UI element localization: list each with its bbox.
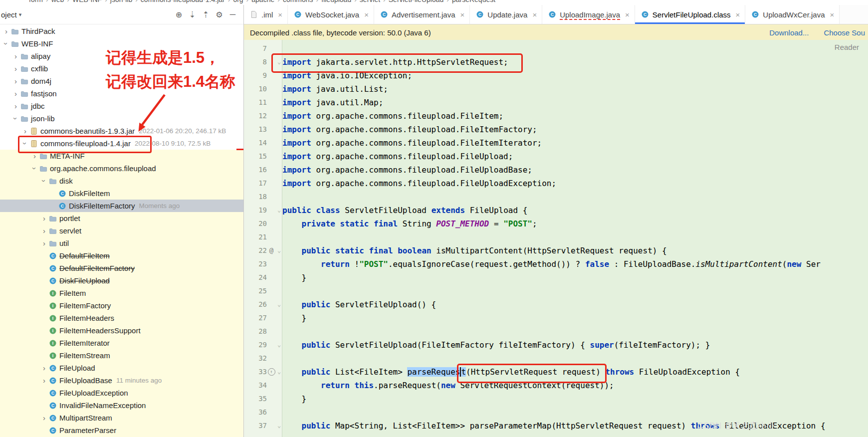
code-line-34[interactable]: 34 return this.parseRequest(new ServletR…: [244, 379, 868, 392]
code-line-10[interactable]: 10import java.util.List;: [244, 82, 868, 96]
chevron-collapsed-icon[interactable]: ›: [2, 27, 10, 35]
fold-marker-icon[interactable]: ⌄: [276, 244, 282, 257]
tree-item-invalidfilenameexception[interactable]: CInvalidFileNameException: [0, 399, 243, 412]
tree-item-diskfileupload[interactable]: CDiskFileUpload: [0, 274, 243, 287]
settings-icon[interactable]: ⚙: [213, 10, 226, 19]
tree-item-diskfileitemfactory[interactable]: CDiskFileItemFactoryMoments ago: [0, 200, 243, 212]
code-line-20[interactable]: 20 private static final String POST_METH…: [244, 217, 868, 230]
tab-uploadwxcer-java[interactable]: CUploadWxCer.java×: [745, 5, 840, 24]
fold-marker-icon[interactable]: ⌄: [276, 55, 282, 69]
code-line-11[interactable]: 11import java.util.Map;: [244, 96, 868, 109]
tree-item-commons-beanutils-1-9-3-jar[interactable]: ›commons-beanutils-1.9.3.jar2022-01-06 2…: [0, 125, 243, 137]
close-icon[interactable]: ×: [625, 10, 630, 19]
chevron-collapsed-icon[interactable]: ›: [30, 152, 39, 160]
tree-item-dom4j[interactable]: ›dom4j: [0, 75, 243, 87]
tree-item-portlet[interactable]: ›portlet: [0, 212, 243, 224]
code-line-14[interactable]: 14import org.apache.commons.fileupload.F…: [244, 136, 868, 150]
code-editor[interactable]: Reader 78⌄import jakarta.servlet.http.Ht…: [244, 40, 868, 437]
chevron-collapsed-icon[interactable]: ›: [40, 364, 48, 372]
code-line-9[interactable]: 9import java.io.IOException;: [244, 69, 868, 82]
code-line-22[interactable]: 22@⌄ public static final boolean isMulti…: [244, 244, 868, 257]
tree-item-servlet[interactable]: ›servlet: [0, 224, 243, 237]
tree-item-multipartstream[interactable]: ›CMultipartStream: [0, 412, 243, 424]
locate-icon[interactable]: ⊕: [172, 10, 186, 19]
tree-item-fileitemheaders[interactable]: IFileItemHeaders: [0, 312, 243, 324]
code-line-28[interactable]: 28: [244, 325, 868, 338]
chevron-expanded-icon[interactable]: ›: [30, 164, 39, 173]
chevron-collapsed-icon[interactable]: ›: [11, 102, 20, 110]
code-line-17[interactable]: 17import org.apache.commons.fileupload.F…: [244, 177, 868, 190]
breadcrumb-item-commons-fileupload-1-4-jar[interactable]: commons-fileupload-1.4.jar: [141, 0, 225, 3]
close-icon[interactable]: ×: [364, 10, 369, 19]
tree-item-parameterparser[interactable]: CParameterParser: [0, 424, 243, 437]
download-sources-link[interactable]: Download...: [769, 28, 809, 37]
tree-item-fileupload[interactable]: ›CFileUpload: [0, 362, 243, 374]
tree-item-thirdpack[interactable]: ›ThirdPack: [0, 25, 243, 37]
tree-item-fileuploadexception[interactable]: CFileUploadException: [0, 387, 243, 399]
code-line-26[interactable]: 26⌄ public ServletFileUpload() {: [244, 298, 868, 311]
code-line-21[interactable]: 21: [244, 230, 868, 244]
code-line-33[interactable]: 33↑⌄ public List<FileItem> parseRequest(…: [244, 365, 868, 379]
code-line-27[interactable]: 27 }: [244, 311, 868, 325]
tree-item-fileuploadbase[interactable]: ›CFileUploadBase11 minutes ago: [0, 374, 243, 387]
chevron-collapsed-icon[interactable]: ›: [11, 77, 20, 85]
tree-item-diskfileitem[interactable]: CDiskFileItem: [0, 187, 243, 200]
code-line-23[interactable]: 23 return !"POST".equalsIgnoreCase(reque…: [244, 257, 868, 271]
scroll-down-icon[interactable]: ⇣: [186, 10, 199, 19]
code-line-29[interactable]: 29⌄ public ServletFileUpload(FileItemFac…: [244, 338, 868, 352]
breadcrumb-item-form[interactable]: form: [29, 0, 43, 3]
hide-icon[interactable]: ─: [226, 10, 239, 19]
tree-item-alipay[interactable]: ›alipay: [0, 50, 243, 62]
chevron-collapsed-icon[interactable]: ›: [11, 89, 20, 98]
fold-marker-icon[interactable]: ⌄: [276, 419, 282, 433]
close-icon[interactable]: ×: [278, 10, 282, 19]
breadcrumb-item-servlet[interactable]: servlet: [360, 0, 380, 3]
tab-update-java[interactable]: CUpdate.java×: [470, 5, 542, 24]
tree-item-defaultfileitemfactory[interactable]: CDefaultFileItemFactory: [0, 262, 243, 274]
chevron-collapsed-icon[interactable]: ›: [40, 214, 48, 222]
tree-item-defaultfileitem[interactable]: CDefaultFileItem: [0, 249, 243, 262]
code-line-8[interactable]: 8⌄import jakarta.servlet.http.HttpServle…: [244, 55, 868, 69]
tree-item-fileitem[interactable]: IFileItem: [0, 287, 243, 299]
project-panel-title[interactable]: oject: [0, 10, 17, 19]
breadcrumb-item-servletfileupload[interactable]: ServletFileUpload: [389, 0, 444, 3]
code-line-12[interactable]: 12import org.apache.commons.fileupload.F…: [244, 109, 868, 123]
code-line-35[interactable]: 35 }: [244, 392, 868, 406]
chevron-collapsed-icon[interactable]: ›: [40, 226, 48, 235]
fold-marker-icon[interactable]: ⌄: [276, 338, 282, 352]
tree-item-fileitemfactory[interactable]: IFileItemFactory: [0, 299, 243, 312]
chevron-collapsed-icon[interactable]: ›: [40, 376, 48, 385]
breadcrumb-item-org[interactable]: org: [233, 0, 243, 3]
tree-item-jdbc[interactable]: ›jdbc: [0, 100, 243, 112]
fold-marker-icon[interactable]: ⌄: [276, 204, 282, 217]
tab-servletfileupload-class[interactable]: CServletFileUpload.class×: [635, 5, 746, 24]
breadcrumb-item-parserequest[interactable]: parseRequest: [452, 0, 495, 3]
tree-item-fileitemstream[interactable]: IFileItemStream: [0, 349, 243, 362]
tree-item-json-lib[interactable]: ›json-lib: [0, 112, 243, 125]
breadcrumb-item-commons[interactable]: commons: [283, 0, 313, 3]
breadcrumb-item-json-lib[interactable]: json-lib: [110, 0, 132, 3]
chevron-expanded-icon[interactable]: ›: [40, 177, 48, 185]
tree-item-commons-fileupload-1-4-jar[interactable]: ›commons-fileupload-1.4.jar2022-08-10 9:…: [0, 137, 243, 150]
breadcrumb-item-web[interactable]: web: [51, 0, 64, 3]
tab-uploadimage-java[interactable]: CUploadImage.java×: [542, 5, 635, 24]
chevron-expanded-icon[interactable]: ›: [21, 139, 29, 148]
code-line-18[interactable]: 18: [244, 190, 868, 204]
chevron-expanded-icon[interactable]: ›: [11, 114, 20, 123]
close-icon[interactable]: ×: [532, 10, 537, 19]
tree-item-disk[interactable]: ›disk: [0, 175, 243, 187]
tree-item-fileitemheaderssupport[interactable]: IFileItemHeadersSupport: [0, 324, 243, 337]
tab-advertisement-java[interactable]: CAdvertisement.java×: [374, 5, 470, 24]
fold-marker-icon[interactable]: ⌄: [276, 298, 282, 311]
close-icon[interactable]: ×: [460, 10, 465, 19]
tab-websocket-java[interactable]: CWebSocket.java×: [288, 5, 374, 24]
chevron-collapsed-icon[interactable]: ›: [11, 52, 20, 60]
tree-item-fileitemiterator[interactable]: IFileItemIterator: [0, 337, 243, 349]
breadcrumb-item-web-inf[interactable]: WEB-INF: [72, 0, 102, 3]
code-line-24[interactable]: 24 }: [244, 271, 868, 284]
chevron-collapsed-icon[interactable]: ›: [40, 239, 48, 247]
code-line-13[interactable]: 13import org.apache.commons.fileupload.F…: [244, 123, 868, 136]
tree-item-meta-inf[interactable]: ›META-INF: [0, 150, 243, 162]
code-line-25[interactable]: 25: [244, 284, 868, 298]
code-line-36[interactable]: 36: [244, 406, 868, 419]
